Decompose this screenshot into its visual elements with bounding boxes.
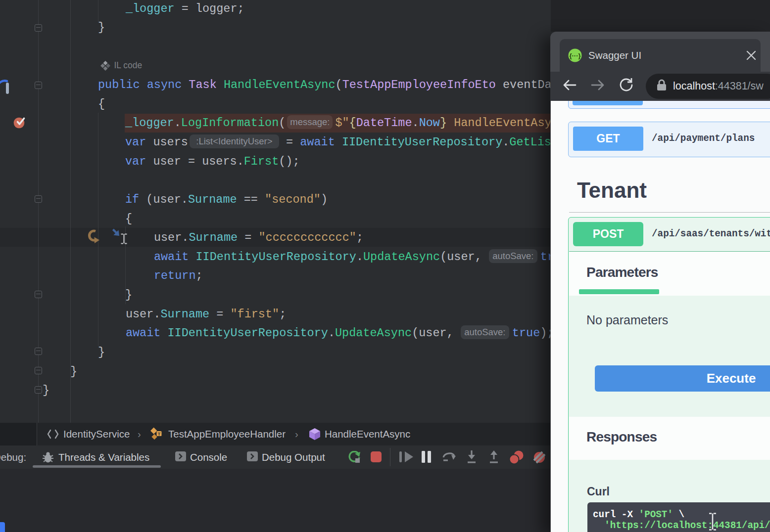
svg-text:T: T [158,431,161,437]
svg-text:{···}: {···} [569,52,580,59]
